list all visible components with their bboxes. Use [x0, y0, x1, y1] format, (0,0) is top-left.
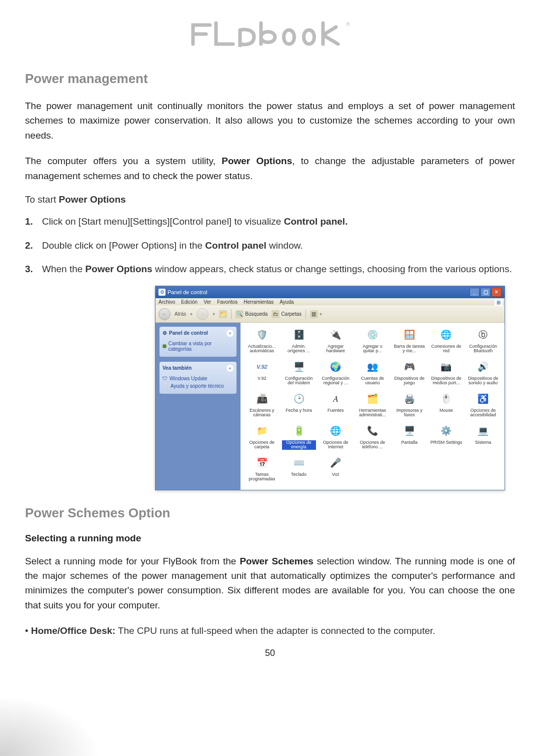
close-button[interactable]: ×	[492, 288, 502, 297]
cp-item[interactable]: 🖱️Mouse	[429, 392, 464, 421]
sidebar: ⚙Panel de control « Cambiar a vista por …	[156, 323, 240, 490]
subheading-selecting-mode: Selecting a running mode	[25, 533, 515, 544]
cp-item-label: Configuración del módem	[283, 376, 315, 386]
cp-item-label: Configuración regional y ...	[320, 376, 352, 386]
cp-item-label: Dispositivos de juego	[394, 376, 426, 386]
menu-herramientas[interactable]: Herramientas	[244, 299, 274, 305]
cp-item[interactable]: 📁Opciones de carpeta	[244, 424, 280, 453]
esc-neres-y-c-maras-icon: 📠	[254, 392, 270, 407]
cp-item-label: Actualizacio... automáticas	[246, 344, 278, 354]
cp-item[interactable]: 📞Opciones de teléfono ...	[355, 424, 390, 453]
menu-ayuda[interactable]: Ayuda	[280, 299, 294, 305]
cp-item[interactable]: V.92V.92	[244, 360, 280, 389]
cp-item[interactable]: 🗂️Herramientas administrati...	[355, 392, 390, 421]
maximize-button[interactable]: ▢	[480, 288, 490, 297]
windows-update-link[interactable]: 🛡 Windows Update	[162, 375, 234, 382]
cp-item[interactable]: 💿Agregar o quitar p...	[355, 328, 390, 357]
cp-item[interactable]: 🔊Dispositivos de sonido y audio	[466, 360, 500, 389]
cp-item[interactable]: 🖥️Pantalla	[392, 424, 427, 453]
cp-item[interactable]: 🖥️Configuración del módem	[282, 360, 316, 389]
cp-item[interactable]: ⌨️Teclado	[282, 456, 316, 485]
up-icon[interactable]: 📁	[219, 310, 227, 318]
cp-item[interactable]: ⚙️PRISM Settings	[429, 424, 464, 453]
cp-item-label: Voz	[332, 472, 340, 477]
cp-item[interactable]: 𝐴Fuentes	[318, 392, 353, 421]
cp-item-label: Teclado	[291, 472, 306, 477]
cp-item[interactable]: 🗄️Admin. orígenes ...	[282, 328, 316, 357]
window-title: Panel de control	[168, 289, 208, 295]
cp-item[interactable]: 🌍Configuración regional y ...	[318, 360, 353, 389]
cp-item[interactable]: 🌐Opciones de Internet	[318, 424, 353, 453]
procedure-lead: To start Power Options	[25, 194, 515, 205]
cp-item[interactable]: 📅Tareas programadas	[244, 456, 280, 485]
switch-category-view-link[interactable]: Cambiar a vista por categorías	[162, 340, 234, 353]
dispositivos-de-juego-icon: 🎮	[402, 360, 417, 375]
windows-flag-icon: ⊞	[494, 299, 502, 306]
cp-item[interactable]: 🌐Conexiones de red	[429, 328, 464, 357]
cp-item[interactable]: 🖨️Impresoras y faxes	[392, 392, 427, 421]
menu-ver[interactable]: Ver	[204, 299, 211, 305]
sidebar-box-see-also: Vea también « 🛡 Windows Update ❔ Ayuda y…	[160, 362, 236, 394]
minimize-button[interactable]: _	[470, 288, 480, 297]
back-label: Atrás	[174, 311, 186, 317]
menu-favoritos[interactable]: Favoritos	[217, 299, 238, 305]
cp-item[interactable]: 🔋Opciones de energía	[282, 424, 316, 453]
collapse-icon[interactable]: «	[226, 330, 234, 337]
section-heading-power-management: Power management	[25, 71, 515, 87]
cp-item-label: Herramientas administrati...	[356, 408, 388, 418]
views-button[interactable]: ▥▾	[310, 310, 322, 318]
cp-item[interactable]: 🪟Barra de tareas y me...	[392, 328, 427, 357]
cp-item-label: Mouse	[440, 408, 453, 413]
section-heading-power-schemes: Power Schemes Option	[25, 505, 515, 521]
cp-item[interactable]: 🛡️Actualizacio... automáticas	[244, 328, 280, 357]
power-schemes-paragraph: Select a running mode for your FlyBook f…	[25, 554, 515, 613]
cp-item[interactable]: 🔌Agregar hardware	[318, 328, 353, 357]
v-92-icon: V.92	[254, 360, 270, 375]
cp-item-label: Dispositivos de medios port...	[430, 376, 462, 386]
impresoras-y-faxes-icon: 🖨️	[402, 392, 417, 407]
configuraci-n-regional-y-icon: 🌍	[328, 360, 343, 375]
help-support-link[interactable]: ❔ Ayuda y soporte técnico	[162, 382, 234, 390]
windows-update-icon: 🛡	[162, 376, 168, 381]
toolbar: ← Atrás ▾ → ▾ 📁 🔍Búsqueda 🗀Carpetas ▥▾	[156, 306, 504, 323]
opciones-de-tel-fono--icon: 📞	[365, 424, 380, 439]
cp-item[interactable]: 📷Dispositivos de medios port...	[429, 360, 464, 389]
menu-archivo[interactable]: Archivo	[158, 299, 175, 305]
page-number: 50	[25, 648, 515, 658]
collapse-icon[interactable]: «	[226, 365, 234, 372]
step-2: 2. Double click on [Power Options] in th…	[25, 238, 515, 253]
cp-item-label: Impresoras y faxes	[394, 408, 426, 418]
admin-or-genes--icon: 🗄️	[292, 328, 306, 343]
views-icon: ▥	[310, 310, 318, 318]
cp-item[interactable]: ⓑConfiguración Bluetooth	[466, 328, 500, 357]
cp-item-label: Configuración Bluetooth	[467, 344, 499, 354]
menubar: Archivo Edición Ver Favoritos Herramient…	[156, 298, 504, 306]
cuentas-de-usuario-icon: 👥	[365, 360, 380, 375]
cp-item[interactable]: 🎮Dispositivos de juego	[392, 360, 427, 389]
forward-button[interactable]: →	[196, 308, 208, 320]
cp-item[interactable]: 💻Sistema	[466, 424, 500, 453]
control-panel-icon: ⚙	[158, 289, 166, 296]
folders-button[interactable]: 🗀Carpetas	[272, 310, 302, 318]
cp-item[interactable]: 🕑Fecha y hora	[282, 392, 316, 421]
cp-item-label: Agregar hardware	[320, 344, 352, 354]
procedure-steps: 1. Click on [Start menu][Settings][Contr…	[25, 214, 515, 276]
cp-item[interactable]: 📠Escáneres y cámaras	[244, 392, 280, 421]
cp-item[interactable]: 👥Cuentas de usuario	[355, 360, 390, 389]
back-button[interactable]: ←	[158, 308, 170, 320]
cp-item[interactable]: ♿Opciones de accesibilidad	[466, 392, 500, 421]
conexiones-de-red-icon: 🌐	[438, 328, 454, 343]
mouse-icon: 🖱️	[438, 392, 454, 407]
dispositivos-de-medios-p-icon: 📷	[438, 360, 454, 375]
fuentes-icon: 𝐴	[328, 392, 343, 407]
cp-item-label: Opciones de teléfono ...	[356, 440, 388, 450]
cp-item-label: Admin. orígenes ...	[283, 344, 315, 354]
agregar-hardware-icon: 🔌	[328, 328, 343, 343]
search-button[interactable]: 🔍Búsqueda	[236, 310, 268, 318]
cp-item-label: Escáneres y cámaras	[246, 408, 278, 418]
menu-edicion[interactable]: Edición	[181, 299, 198, 305]
cp-item-label: V.92	[258, 376, 266, 381]
dispositivos-de-sonido-y-icon: 🔊	[476, 360, 490, 375]
cp-item[interactable]: 🎤Voz	[318, 456, 353, 485]
voz-icon: 🎤	[328, 456, 343, 471]
